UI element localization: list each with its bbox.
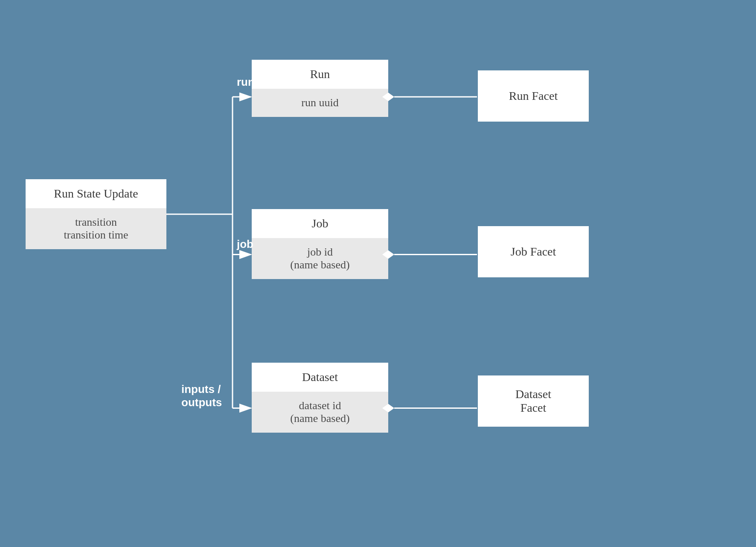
job-arrow-label: job bbox=[237, 238, 253, 251]
inputs-outputs-arrow-label: inputs / outputs bbox=[181, 383, 222, 409]
dataset-title: Dataset bbox=[252, 363, 388, 392]
run-body: run uuid bbox=[252, 89, 388, 117]
job-facet-box: Job Facet bbox=[478, 226, 589, 277]
dataset-facet-box: Dataset Facet bbox=[478, 375, 589, 427]
run-box: Run run uuid bbox=[252, 60, 388, 117]
run-arrow-label: run bbox=[237, 76, 255, 89]
run-facet-box: Run Facet bbox=[478, 70, 589, 122]
run-title: Run bbox=[252, 60, 388, 89]
dataset-body: dataset id (name based) bbox=[252, 392, 388, 433]
job-title: Job bbox=[252, 209, 388, 238]
dataset-box: Dataset dataset id (name based) bbox=[252, 363, 388, 433]
job-body: job id (name based) bbox=[252, 238, 388, 279]
run-state-update-title: Run State Update bbox=[26, 179, 166, 208]
job-box: Job job id (name based) bbox=[252, 209, 388, 279]
run-state-update-box: Run State Update transition transition t… bbox=[26, 179, 166, 249]
run-state-update-body: transition transition time bbox=[26, 208, 166, 249]
diagram-container: Run State Update transition transition t… bbox=[0, 0, 756, 547]
